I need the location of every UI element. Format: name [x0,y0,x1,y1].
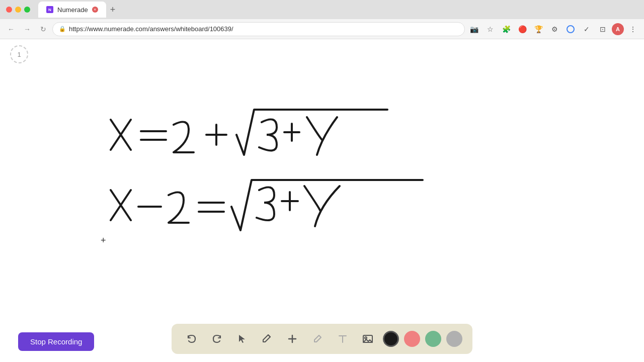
traffic-lights [6,7,30,13]
window-icon[interactable]: ⊡ [596,22,610,36]
title-bar: N Numerade × + [0,0,644,19]
text-tool-button[interactable] [333,329,353,349]
svg-line-15 [268,335,270,337]
ext3-icon[interactable]: ⚙ [547,22,561,36]
maximize-button[interactable] [24,7,30,13]
address-bar[interactable]: 🔒 https://www.numerade.com/answers/white… [52,22,465,36]
back-button[interactable]: ← [4,22,18,36]
page-number-badge: 1 [10,45,28,63]
menu-icon[interactable]: ⋮ [626,22,640,36]
svg-point-21 [365,337,367,339]
image-tool-button[interactable] [358,329,378,349]
camera-icon[interactable]: 📷 [467,22,481,36]
new-tab-button[interactable]: + [106,5,120,15]
color-pink-swatch[interactable] [404,331,420,347]
svg-point-0 [567,26,574,33]
ext4-icon[interactable]: ✓ [580,22,594,36]
url-text: https://www.numerade.com/answers/whitebo… [69,25,233,33]
navigation-toolbar: ← → ↻ 🔒 https://www.numerade.com/answers… [0,19,644,39]
color-gray-swatch[interactable] [446,331,462,347]
refresh-button[interactable]: ↻ [36,22,50,36]
toolbar-right: 📷 ☆ 🧩 🔴 🏆 ⚙ ✓ ⊡ A ⋮ [467,22,640,36]
select-tool-button[interactable] [232,329,252,349]
add-element-button[interactable] [282,329,302,349]
undo-button[interactable] [182,329,202,349]
main-content: 1 [0,39,644,362]
pen-tool-button[interactable] [257,329,277,349]
highlighter-tool-button[interactable] [307,329,328,349]
tab-favicon: N [46,6,53,13]
math-svg [80,89,433,240]
profile-avatar[interactable]: A [612,23,624,35]
tab-close-button[interactable]: × [92,7,98,13]
tab-title: Numerade [57,6,88,14]
bookmark-icon[interactable]: ☆ [483,22,497,36]
redo-button[interactable] [207,329,227,349]
extensions-icon[interactable]: 🧩 [499,22,513,36]
svg-marker-14 [239,335,245,343]
close-button[interactable] [6,7,12,13]
lock-icon: 🔒 [59,26,66,32]
chrome-icon[interactable] [564,22,578,36]
stop-recording-button[interactable]: Stop Recording [18,332,94,351]
minimize-button[interactable] [15,7,21,13]
color-green-swatch[interactable] [425,331,441,347]
whiteboard-canvas[interactable]: 1 [0,39,644,362]
forward-button[interactable]: → [20,22,34,36]
color-black-swatch[interactable] [383,331,399,347]
ext2-icon[interactable]: 🔴 [515,22,529,36]
drawing-toolbar [172,324,472,354]
browser-chrome: N Numerade × + ← → ↻ 🔒 https://www.numer… [0,0,644,39]
active-tab[interactable]: N Numerade × [38,2,106,18]
math-equations [80,89,433,242]
trophy-icon[interactable]: 🏆 [531,22,545,36]
